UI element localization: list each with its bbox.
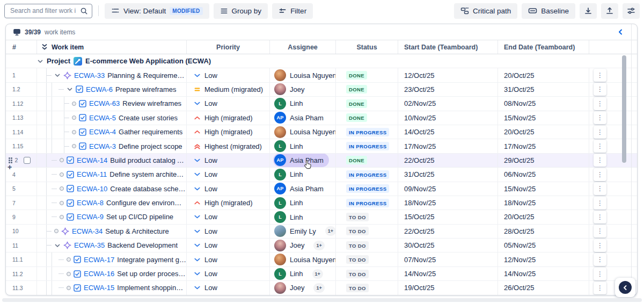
vertical-scrollbar-thumb[interactable] [622,55,626,163]
start-date-cell[interactable]: 10/Nov/25 [398,111,498,125]
row-meatball-menu-button[interactable]: ⋮ [594,168,606,181]
table-row[interactable]: 1.14ECWA-4Gather requirementsHigh (migra… [6,125,637,139]
priority-cell[interactable]: Highest (migrated) [187,139,270,153]
row-meatball-menu-button[interactable]: ⋮ [594,182,606,195]
priority-cell[interactable]: Low [187,267,270,280]
start-date-cell[interactable]: 30/Oct/25 [398,239,498,252]
start-date-cell[interactable]: 12/Oct/25 [398,68,498,82]
priority-cell[interactable]: Low [187,252,270,266]
end-date-cell[interactable]: 31/Oct/25 [498,83,589,96]
priority-cell[interactable]: Low [187,239,270,252]
expand-chevron-icon[interactable] [54,242,61,249]
end-date-cell[interactable]: 20/Oct/25 [498,210,589,223]
work-item-key-link[interactable]: ECWA-8 [77,199,104,207]
search-input[interactable] [9,6,77,15]
assignee-cell[interactable]: Joey1+ [270,281,336,294]
assignee-cell[interactable]: Louisa Nguyen [270,68,336,82]
table-row[interactable]: 7ECWA-8Configure dev environmentHigh (mi… [6,196,637,210]
filter-button[interactable]: Filter [272,3,313,19]
work-item-key-link[interactable]: ECWA-16 [84,270,114,278]
work-item-key-link[interactable]: ECWA-14 [77,156,107,164]
work-item-key-link[interactable]: ECWA-6 [86,85,113,93]
table-row[interactable]: 2ECWA-14Build product catalog APILowAPAs… [6,154,637,168]
collapse-fields-chevron-icon[interactable] [618,29,623,35]
end-date-cell[interactable]: 18/Nov/25 [498,196,589,210]
start-date-cell[interactable]: 23/Oct/25 [398,83,498,96]
priority-cell[interactable]: Medium (migrated) [187,83,270,96]
start-date-cell[interactable]: 15/Oct/25 [398,210,498,223]
work-item-key-link[interactable]: ECWA-35 [74,241,105,249]
status-cell[interactable]: DONE [336,97,398,110]
priority-cell[interactable]: Low [187,168,270,181]
start-date-cell[interactable]: 31/Oct/25 [398,168,498,181]
end-date-cell[interactable]: 26/Oct/25 [498,281,589,294]
start-date-cell[interactable]: 02/Nov/25 [398,97,498,110]
row-meatball-menu-button[interactable]: ⋮ [594,239,606,252]
row-checkbox[interactable] [24,157,31,164]
row-meatball-menu-button[interactable]: ⋮ [594,197,606,210]
start-date-cell[interactable]: 14/Nov/25 [398,267,498,280]
upload-button[interactable] [601,3,618,19]
row-meatball-menu-button[interactable]: ⋮ [594,211,606,223]
status-cell[interactable]: DONE [336,154,398,167]
table-row[interactable]: 1.12ECWA-63Review wireframesLowLLinhDONE… [6,97,637,111]
column-header-priority[interactable]: Priority [187,40,270,54]
project-group-row[interactable]: Project E-commerce Web Application (ECWA… [6,54,637,68]
download-button[interactable] [580,3,597,19]
row-meatball-menu-button[interactable]: ⋮ [594,253,606,266]
assignee-cell[interactable]: APAsia Pham [270,154,336,167]
end-date-cell[interactable]: 17/Nov/25 [498,139,589,153]
column-header-status[interactable]: Status [336,40,398,54]
status-cell[interactable]: IN PROGRESS [336,125,398,139]
priority-cell[interactable]: Low [187,97,270,110]
table-row[interactable]: 11ECWA-35Backend DevelopmentLowJoey1+TO … [6,239,637,252]
table-row[interactable]: 1.2ECWA-6Prepare wireframesMedium (migra… [6,83,637,97]
table-row[interactable]: 1.13ECWA-5Create user storiesHigh (migra… [6,111,637,125]
row-meatball-menu-button[interactable]: ⋮ [594,69,606,82]
project-expand-chevron-icon[interactable] [37,58,43,64]
search-input-wrapper[interactable] [4,4,92,18]
assignee-cell[interactable]: LLinh [270,139,336,153]
table-row[interactable]: 5ECWA-10Create database schemaLowAPAsia … [6,182,637,196]
start-date-cell[interactable]: 18/Nov/25 [398,196,498,210]
assignee-cell[interactable]: Louisa Nguyen1+ [270,125,336,139]
priority-cell[interactable]: Low [187,68,270,82]
column-header-end-date[interactable]: End Date (Teamboard) [498,40,589,54]
column-header-work-item[interactable]: Work item [37,40,187,54]
work-item-key-link[interactable]: ECWA-33 [74,71,105,80]
end-date-cell[interactable]: 20/Oct/25 [498,125,589,139]
assignee-cell[interactable]: Louisa Nguyen1+ [270,252,336,266]
start-date-cell[interactable]: 19/Oct/25 [398,281,498,294]
assignee-cell[interactable]: Joey [270,83,336,96]
status-cell[interactable]: TO DO [336,210,398,223]
end-date-cell[interactable]: 15/Nov/25 [498,111,589,125]
add-row-button[interactable]: + [5,163,14,171]
row-meatball-menu-button[interactable]: ⋮ [594,140,606,153]
start-date-cell[interactable]: 14/Oct/25 [398,125,498,139]
priority-cell[interactable]: High (migrated) [187,125,270,139]
table-row[interactable]: 11.1ECWA-17Integrate payment gatewayLowL… [6,252,637,266]
status-cell[interactable]: DONE [336,83,398,96]
table-row[interactable]: 1.15ECWA-3Define project scopeHighest (m… [6,139,637,153]
table-row[interactable]: 4ECWA-11Define system architectureLowLLi… [6,168,637,182]
assignee-cell[interactable]: Emily Ly1+ [270,225,336,238]
row-meatball-menu-button[interactable]: ⋮ [594,126,606,139]
end-date-cell[interactable]: 14/Nov/25 [498,267,589,280]
row-meatball-menu-button[interactable]: ⋮ [594,225,606,237]
status-cell[interactable]: TO DO [336,281,398,294]
assignee-cell[interactable]: LLinh [270,210,336,223]
work-item-key-link[interactable]: ECWA-4 [89,128,116,136]
work-item-key-link[interactable]: ECWA-5 [89,114,116,122]
start-date-cell[interactable]: 22/Oct/25 [398,154,498,167]
status-cell[interactable]: IN PROGRESS [336,168,398,181]
row-meatball-menu-button[interactable]: ⋮ [594,268,606,280]
assignee-cell[interactable]: APAsia Pham [270,111,336,125]
assignee-cell[interactable]: Joey1+ [270,239,336,252]
row-meatball-menu-button[interactable]: ⋮ [594,282,606,294]
work-item-key-link[interactable]: ECWA-11 [77,170,107,178]
work-item-key-link[interactable]: ECWA-63 [89,99,120,107]
row-meatball-menu-button[interactable]: ⋮ [594,154,606,167]
status-cell[interactable]: IN PROGRESS [336,139,398,153]
table-row[interactable]: 11.2ECWA-16Set up order processingLowLLi… [6,267,637,281]
group-by-button[interactable]: Group by [214,3,268,19]
